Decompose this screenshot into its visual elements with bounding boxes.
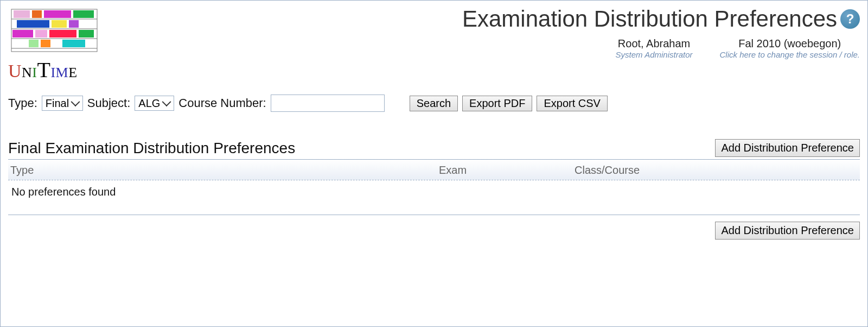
svg-rect-9 — [73, 10, 94, 18]
course-number-input[interactable] — [271, 95, 385, 112]
app-logo: UNITIME — [8, 6, 100, 83]
svg-rect-19 — [62, 40, 85, 47]
type-label: Type: — [8, 96, 37, 110]
current-session-name: Fal 2010 (woebegon) — [720, 37, 860, 50]
svg-rect-14 — [35, 30, 47, 37]
export-pdf-button[interactable]: Export PDF — [462, 96, 532, 111]
subject-select[interactable]: ALG — [135, 96, 174, 111]
svg-rect-15 — [49, 30, 76, 37]
svg-rect-6 — [14, 10, 30, 18]
svg-rect-18 — [41, 40, 50, 47]
course-number-label: Course Number: — [178, 96, 266, 110]
add-distribution-preference-button-footer[interactable]: Add Distribution Preference — [715, 222, 860, 240]
column-header-exam: Exam — [439, 164, 575, 177]
help-icon[interactable]: ? — [840, 9, 860, 29]
export-csv-button[interactable]: Export CSV — [537, 96, 607, 111]
type-select[interactable]: Final — [42, 96, 83, 111]
add-distribution-preference-button[interactable]: Add Distribution Preference — [715, 139, 860, 157]
current-user-role[interactable]: System Administrator — [616, 50, 693, 59]
column-header-class-course: Class/Course — [575, 164, 858, 177]
svg-rect-8 — [44, 10, 71, 18]
column-header-type: Type — [10, 164, 439, 177]
svg-rect-7 — [32, 10, 42, 18]
svg-rect-16 — [79, 30, 94, 37]
subject-label: Subject: — [87, 96, 131, 110]
filter-toolbar: Type: Final Subject: ALG Course Number: … — [8, 95, 860, 112]
table-header-row: Type Exam Class/Course — [8, 160, 860, 180]
svg-rect-11 — [52, 20, 67, 28]
svg-rect-13 — [12, 30, 33, 37]
timetable-logo-icon — [8, 6, 100, 55]
svg-rect-17 — [29, 40, 39, 47]
current-user-name: Root, Abraham — [616, 37, 693, 50]
page-title: Examination Distribution Preferences — [462, 6, 837, 32]
section-title: Final Examination Distribution Preferenc… — [8, 140, 295, 157]
svg-rect-10 — [17, 20, 49, 28]
change-session-link[interactable]: Click here to change the session / role. — [720, 50, 860, 59]
app-name: UNITIME — [8, 57, 100, 83]
empty-state-message: No preferences found — [8, 180, 860, 215]
search-button[interactable]: Search — [410, 96, 458, 111]
svg-rect-12 — [69, 20, 79, 28]
